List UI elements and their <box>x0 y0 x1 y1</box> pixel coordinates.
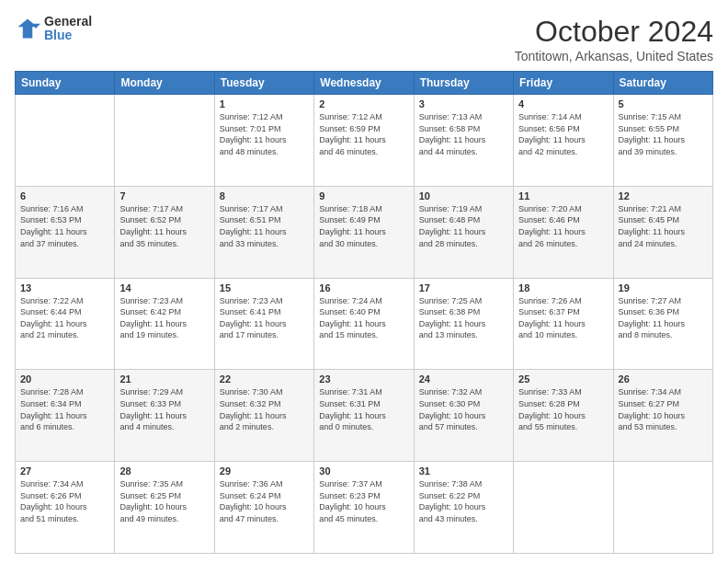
header: General Blue October 2024 Tontitown, Ark… <box>15 15 713 63</box>
day-number: 7 <box>119 190 209 201</box>
logo-blue-text: Blue <box>44 29 92 42</box>
col-sunday: Sunday <box>16 72 115 95</box>
calendar-cell: 2Sunrise: 7:12 AM Sunset: 6:59 PM Daylig… <box>314 95 414 187</box>
day-number: 31 <box>419 465 508 477</box>
day-info: Sunrise: 7:21 AM Sunset: 6:45 PM Dayligh… <box>619 203 708 249</box>
day-number: 10 <box>419 190 508 201</box>
calendar-cell: 26Sunrise: 7:34 AM Sunset: 6:27 PM Dayli… <box>613 370 712 462</box>
day-info: Sunrise: 7:18 AM Sunset: 6:49 PM Dayligh… <box>319 203 408 249</box>
page: General Blue October 2024 Tontitown, Ark… <box>0 0 728 563</box>
day-info: Sunrise: 7:27 AM Sunset: 6:36 PM Dayligh… <box>619 295 708 341</box>
logo-icon <box>15 16 40 41</box>
subtitle: Tontitown, Arkansas, United States <box>515 49 713 63</box>
calendar-cell: 30Sunrise: 7:37 AM Sunset: 6:23 PM Dayli… <box>314 462 414 554</box>
calendar-cell: 12Sunrise: 7:21 AM Sunset: 6:45 PM Dayli… <box>613 186 712 278</box>
calendar-cell: 24Sunrise: 7:32 AM Sunset: 6:30 PM Dayli… <box>414 370 513 462</box>
day-info: Sunrise: 7:25 AM Sunset: 6:38 PM Dayligh… <box>419 295 508 341</box>
day-number: 23 <box>319 373 408 385</box>
day-info: Sunrise: 7:15 AM Sunset: 6:55 PM Dayligh… <box>619 111 708 157</box>
day-number: 12 <box>619 190 708 201</box>
svg-marker-0 <box>18 19 38 39</box>
day-info: Sunrise: 7:14 AM Sunset: 6:56 PM Dayligh… <box>518 111 608 157</box>
calendar-cell: 6Sunrise: 7:16 AM Sunset: 6:53 PM Daylig… <box>16 186 115 278</box>
calendar-cell: 29Sunrise: 7:36 AM Sunset: 6:24 PM Dayli… <box>214 462 313 554</box>
calendar-cell: 8Sunrise: 7:17 AM Sunset: 6:51 PM Daylig… <box>214 186 313 278</box>
calendar-cell: 25Sunrise: 7:33 AM Sunset: 6:28 PM Dayli… <box>514 370 613 462</box>
day-number: 5 <box>619 98 708 109</box>
day-number: 13 <box>20 282 109 293</box>
calendar-cell: 11Sunrise: 7:20 AM Sunset: 6:46 PM Dayli… <box>514 186 613 278</box>
col-saturday: Saturday <box>613 72 712 95</box>
calendar-week-4: 27Sunrise: 7:34 AM Sunset: 6:26 PM Dayli… <box>16 462 713 554</box>
calendar-cell: 15Sunrise: 7:23 AM Sunset: 6:41 PM Dayli… <box>214 278 313 370</box>
calendar-cell: 19Sunrise: 7:27 AM Sunset: 6:36 PM Dayli… <box>613 278 712 370</box>
day-number: 19 <box>619 282 708 293</box>
calendar-cell: 3Sunrise: 7:13 AM Sunset: 6:58 PM Daylig… <box>414 95 513 187</box>
day-info: Sunrise: 7:30 AM Sunset: 6:32 PM Dayligh… <box>220 386 309 432</box>
day-info: Sunrise: 7:26 AM Sunset: 6:37 PM Dayligh… <box>518 295 608 341</box>
day-number: 2 <box>319 98 408 109</box>
day-number: 8 <box>220 190 309 201</box>
day-info: Sunrise: 7:37 AM Sunset: 6:23 PM Dayligh… <box>319 478 408 524</box>
col-thursday: Thursday <box>414 72 513 95</box>
main-title: October 2024 <box>515 15 713 49</box>
calendar-cell: 22Sunrise: 7:30 AM Sunset: 6:32 PM Dayli… <box>214 370 313 462</box>
day-info: Sunrise: 7:33 AM Sunset: 6:28 PM Dayligh… <box>518 386 608 432</box>
day-info: Sunrise: 7:31 AM Sunset: 6:31 PM Dayligh… <box>319 386 408 432</box>
day-number: 18 <box>518 282 608 293</box>
day-number: 1 <box>220 98 309 109</box>
col-monday: Monday <box>115 72 214 95</box>
day-info: Sunrise: 7:16 AM Sunset: 6:53 PM Dayligh… <box>20 203 109 249</box>
calendar-cell: 20Sunrise: 7:28 AM Sunset: 6:34 PM Dayli… <box>16 370 115 462</box>
day-number: 30 <box>319 465 408 477</box>
col-tuesday: Tuesday <box>214 72 313 95</box>
calendar-cell: 9Sunrise: 7:18 AM Sunset: 6:49 PM Daylig… <box>314 186 414 278</box>
day-number: 22 <box>220 373 309 385</box>
calendar-cell: 21Sunrise: 7:29 AM Sunset: 6:33 PM Dayli… <box>115 370 214 462</box>
col-wednesday: Wednesday <box>314 72 414 95</box>
calendar-cell <box>514 462 613 554</box>
day-number: 27 <box>20 465 109 477</box>
day-info: Sunrise: 7:23 AM Sunset: 6:42 PM Dayligh… <box>119 295 209 341</box>
day-number: 14 <box>119 282 209 293</box>
day-number: 6 <box>20 190 109 201</box>
title-block: October 2024 Tontitown, Arkansas, United… <box>515 15 713 63</box>
day-number: 26 <box>619 373 708 385</box>
day-number: 4 <box>518 98 608 109</box>
calendar-week-1: 6Sunrise: 7:16 AM Sunset: 6:53 PM Daylig… <box>16 186 713 278</box>
day-info: Sunrise: 7:17 AM Sunset: 6:51 PM Dayligh… <box>220 203 309 249</box>
calendar-week-3: 20Sunrise: 7:28 AM Sunset: 6:34 PM Dayli… <box>16 370 713 462</box>
day-info: Sunrise: 7:12 AM Sunset: 6:59 PM Dayligh… <box>319 111 408 157</box>
calendar-cell <box>613 462 712 554</box>
calendar-cell <box>115 95 214 187</box>
calendar-week-2: 13Sunrise: 7:22 AM Sunset: 6:44 PM Dayli… <box>16 278 713 370</box>
day-info: Sunrise: 7:34 AM Sunset: 6:26 PM Dayligh… <box>20 478 109 524</box>
day-number: 21 <box>119 373 209 385</box>
day-info: Sunrise: 7:23 AM Sunset: 6:41 PM Dayligh… <box>220 295 309 341</box>
day-info: Sunrise: 7:32 AM Sunset: 6:30 PM Dayligh… <box>419 386 508 432</box>
calendar-cell: 13Sunrise: 7:22 AM Sunset: 6:44 PM Dayli… <box>16 278 115 370</box>
calendar-cell: 10Sunrise: 7:19 AM Sunset: 6:48 PM Dayli… <box>414 186 513 278</box>
calendar-cell: 27Sunrise: 7:34 AM Sunset: 6:26 PM Dayli… <box>16 462 115 554</box>
day-info: Sunrise: 7:13 AM Sunset: 6:58 PM Dayligh… <box>419 111 508 157</box>
day-info: Sunrise: 7:20 AM Sunset: 6:46 PM Dayligh… <box>518 203 608 249</box>
calendar-cell: 16Sunrise: 7:24 AM Sunset: 6:40 PM Dayli… <box>314 278 414 370</box>
logo-text: General Blue <box>44 15 92 43</box>
calendar-week-0: 1Sunrise: 7:12 AM Sunset: 7:01 PM Daylig… <box>16 95 713 187</box>
col-friday: Friday <box>514 72 613 95</box>
calendar-cell: 7Sunrise: 7:17 AM Sunset: 6:52 PM Daylig… <box>115 186 214 278</box>
day-info: Sunrise: 7:17 AM Sunset: 6:52 PM Dayligh… <box>119 203 209 249</box>
calendar-cell: 17Sunrise: 7:25 AM Sunset: 6:38 PM Dayli… <box>414 278 513 370</box>
day-info: Sunrise: 7:38 AM Sunset: 6:22 PM Dayligh… <box>419 478 508 524</box>
day-number: 25 <box>518 373 608 385</box>
calendar-cell: 4Sunrise: 7:14 AM Sunset: 6:56 PM Daylig… <box>514 95 613 187</box>
calendar-cell: 31Sunrise: 7:38 AM Sunset: 6:22 PM Dayli… <box>414 462 513 554</box>
calendar-header-row: Sunday Monday Tuesday Wednesday Thursday… <box>16 72 713 95</box>
day-info: Sunrise: 7:34 AM Sunset: 6:27 PM Dayligh… <box>619 386 708 432</box>
day-info: Sunrise: 7:35 AM Sunset: 6:25 PM Dayligh… <box>119 478 209 524</box>
calendar-cell: 23Sunrise: 7:31 AM Sunset: 6:31 PM Dayli… <box>314 370 414 462</box>
day-number: 3 <box>419 98 508 109</box>
logo-general-text: General <box>44 15 92 29</box>
day-number: 17 <box>419 282 508 293</box>
day-number: 20 <box>20 373 109 385</box>
